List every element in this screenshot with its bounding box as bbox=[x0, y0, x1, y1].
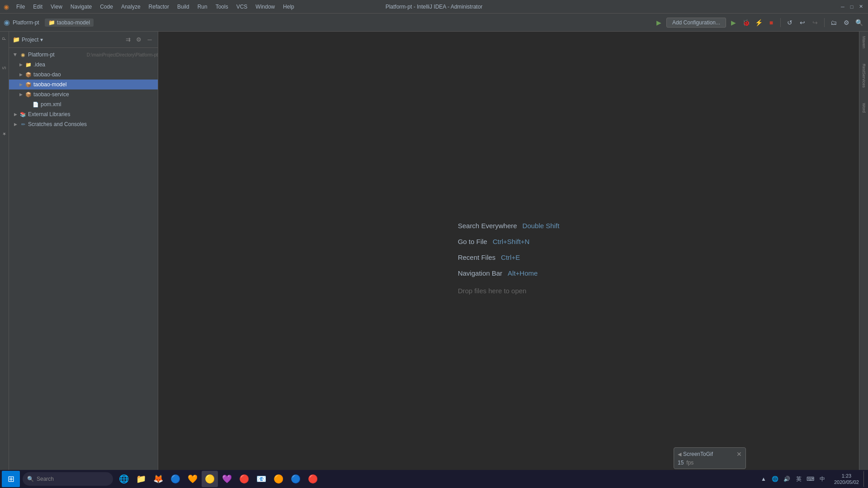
project-dropdown[interactable]: 📁 Project ▾ bbox=[13, 36, 43, 43]
recent-files-label: Recent Files bbox=[458, 253, 495, 261]
search-button[interactable]: 🔍 bbox=[854, 17, 864, 28]
tree-label-root: Platform-pt bbox=[28, 52, 84, 58]
menu-analyze[interactable]: Analyze bbox=[118, 3, 144, 11]
project-tab-icon[interactable]: P bbox=[1, 33, 8, 44]
structure-tab-icon[interactable]: S bbox=[1, 63, 8, 73]
run-button[interactable]: ▶ bbox=[728, 17, 739, 28]
tree-item-idea[interactable]: ▶ 📁 .idea bbox=[9, 60, 158, 70]
menu-build[interactable]: Build bbox=[174, 3, 193, 11]
screentogif-back-button[interactable]: ◀ bbox=[678, 451, 681, 457]
taskbar-app-app12[interactable]: 🔴 bbox=[305, 471, 321, 487]
menu-code[interactable]: Code bbox=[96, 3, 117, 11]
menu-view[interactable]: View bbox=[47, 3, 66, 11]
systray-ime-icon[interactable]: 中 bbox=[817, 474, 828, 484]
project-tree: ▶ ◉ Platform-pt D:\mainProjectDirectory\… bbox=[9, 48, 158, 484]
search-everywhere-shortcut[interactable]: Double Shift bbox=[523, 222, 560, 230]
tree-item-pom[interactable]: ▶ 📄 pom.xml bbox=[9, 99, 158, 109]
tree-item-taobao-service[interactable]: ▶ 📦 taobao-service bbox=[9, 89, 158, 99]
minimize-button[interactable]: ─ bbox=[839, 3, 846, 10]
toolbar: ◉ Platform-pt 📁 taobao-model ▶ Add Confi… bbox=[0, 14, 868, 32]
taskbar-search[interactable]: 🔍 Search bbox=[23, 472, 113, 486]
sidebar-header-actions: ⇉ ⚙ ─ bbox=[123, 35, 154, 44]
menu-run[interactable]: Run bbox=[194, 3, 211, 11]
tree-item-root[interactable]: ▶ ◉ Platform-pt D:\mainProjectDirectory\… bbox=[9, 50, 158, 60]
menu-edit[interactable]: Edit bbox=[29, 3, 46, 11]
add-configuration-button[interactable]: Add Configuration... bbox=[666, 18, 726, 28]
tree-item-scratches[interactable]: ▶ ✏ Scratches and Consoles bbox=[9, 119, 158, 129]
menu-vcs[interactable]: VCS bbox=[233, 3, 251, 11]
screentogif-title: ScreenToGif bbox=[683, 451, 713, 457]
start-button[interactable]: ⊞ bbox=[2, 471, 20, 487]
module-service-icon: 📦 bbox=[25, 91, 32, 98]
tree-item-taobao-dao[interactable]: ▶ 📦 taobao-dao bbox=[9, 70, 158, 80]
systray-lang-icon[interactable]: 英 bbox=[793, 474, 804, 484]
folder-idea-icon: 📁 bbox=[25, 61, 32, 68]
collapse-all-button[interactable]: ⇉ bbox=[123, 35, 132, 44]
project-structure-button[interactable]: 🗂 bbox=[828, 17, 839, 28]
redo-button[interactable]: ↪ bbox=[810, 17, 821, 28]
goto-file-shortcut[interactable]: Ctrl+Shift+N bbox=[493, 238, 530, 245]
welcome-row-goto: Go to File Ctrl+Shift+N bbox=[458, 238, 530, 245]
menu-window[interactable]: Window bbox=[252, 3, 278, 11]
systray-network-icon[interactable]: 🌐 bbox=[770, 474, 781, 484]
sidebar: 📁 Project ▾ ⇉ ⚙ ─ ▶ ◉ Platform-pt D:\mai… bbox=[9, 32, 158, 484]
file-tab-taobao-model[interactable]: 📁 taobao-model bbox=[45, 19, 94, 27]
separator2 bbox=[824, 18, 825, 27]
pom-icon: 📄 bbox=[32, 101, 39, 108]
taskbar: ⊞ 🔍 Search 🌐 📁 🦊 🔵 🧡 🟡 💜 🔴 📧 🟠 🔵 🔴 ▲ 🌐 🔊… bbox=[0, 470, 868, 488]
taskbar-app-app7[interactable]: 💜 bbox=[219, 471, 235, 487]
menu-file[interactable]: File bbox=[13, 3, 28, 11]
close-button[interactable]: ✕ bbox=[857, 3, 864, 10]
minimize-sidebar-button[interactable]: ─ bbox=[145, 35, 154, 44]
undo-button[interactable]: ↩ bbox=[797, 17, 808, 28]
fav-tab-icon[interactable]: ★ bbox=[1, 128, 8, 140]
scratches-icon: ✏ bbox=[19, 121, 27, 128]
app-body: P S ★ 📁 Project ▾ ⇉ ⚙ ─ ▶ bbox=[0, 32, 868, 488]
show-desktop-button[interactable] bbox=[863, 471, 866, 487]
welcome-row-recent: Recent Files Ctrl+E bbox=[458, 253, 520, 261]
word-tab[interactable]: Word bbox=[860, 100, 868, 115]
systray-keyboard-icon[interactable]: ⌨ bbox=[805, 474, 816, 484]
systray-arrow-icon[interactable]: ▲ bbox=[758, 474, 769, 484]
sync-button[interactable]: ↺ bbox=[784, 17, 795, 28]
taskbar-app-app11[interactable]: 🔵 bbox=[288, 471, 304, 487]
run-with-coverage-button[interactable]: ⚡ bbox=[753, 17, 764, 28]
settings-button[interactable]: ⚙ bbox=[841, 17, 852, 28]
taskbar-app-explorer[interactable]: 📁 bbox=[133, 471, 149, 487]
menu-navigate[interactable]: Navigate bbox=[67, 3, 95, 11]
recent-files-shortcut[interactable]: Ctrl+E bbox=[501, 253, 520, 261]
taskbar-app-chrome[interactable]: 🔵 bbox=[167, 471, 184, 487]
screentogif-close-button[interactable]: ✕ bbox=[736, 450, 742, 458]
taskbar-clock[interactable]: 1:23 2020/05/02 bbox=[830, 473, 863, 486]
taskbar-app-firefox[interactable]: 🦊 bbox=[150, 471, 166, 487]
gear-icon[interactable]: ⚙ bbox=[134, 35, 143, 44]
systray-sound-icon[interactable]: 🔊 bbox=[782, 474, 793, 484]
project-dropdown-arrow: ▾ bbox=[40, 37, 43, 43]
taskbar-app-ie[interactable]: 🌐 bbox=[116, 471, 132, 487]
navbar-shortcut[interactable]: Alt+Home bbox=[508, 269, 538, 277]
tree-item-taobao-model[interactable]: ▶ 📦 taobao-model bbox=[9, 80, 158, 89]
screentogif-fps-label: fps bbox=[686, 460, 693, 466]
menu-tools[interactable]: Tools bbox=[212, 3, 232, 11]
rest-services-tab[interactable]: RestServices bbox=[860, 61, 868, 90]
tree-item-external-libraries[interactable]: ▶ 📚 External Libraries bbox=[9, 109, 158, 119]
taskbar-search-placeholder: Search bbox=[37, 476, 54, 482]
maven-tab[interactable]: Maven bbox=[860, 33, 868, 51]
goto-file-label: Go to File bbox=[458, 238, 487, 245]
stop-button[interactable]: ■ bbox=[766, 17, 777, 28]
menu-refactor[interactable]: Refactor bbox=[145, 3, 173, 11]
taskbar-app-idea[interactable]: 🟡 bbox=[202, 471, 218, 487]
right-panel-icons: Maven RestServices Word bbox=[859, 32, 868, 484]
window-title: Platform-pt - IntelliJ IDEA - Administra… bbox=[386, 4, 483, 10]
debug-button[interactable]: 🐞 bbox=[741, 17, 751, 28]
taskbar-app-app8[interactable]: 🔴 bbox=[236, 471, 252, 487]
taskbar-app-app5[interactable]: 🧡 bbox=[184, 471, 201, 487]
taskbar-app-app10[interactable]: 🟠 bbox=[270, 471, 287, 487]
tree-path-root: D:\mainProjectDirectory\Platform-pt bbox=[87, 52, 158, 57]
run-indicator-icon[interactable]: ▶ bbox=[654, 17, 665, 28]
menu-help[interactable]: Help bbox=[279, 3, 298, 11]
maximize-button[interactable]: □ bbox=[848, 3, 855, 10]
module-model-icon: 📦 bbox=[25, 81, 32, 88]
intellij-logo-icon: ◉ bbox=[4, 18, 10, 27]
taskbar-app-mail[interactable]: 📧 bbox=[253, 471, 269, 487]
